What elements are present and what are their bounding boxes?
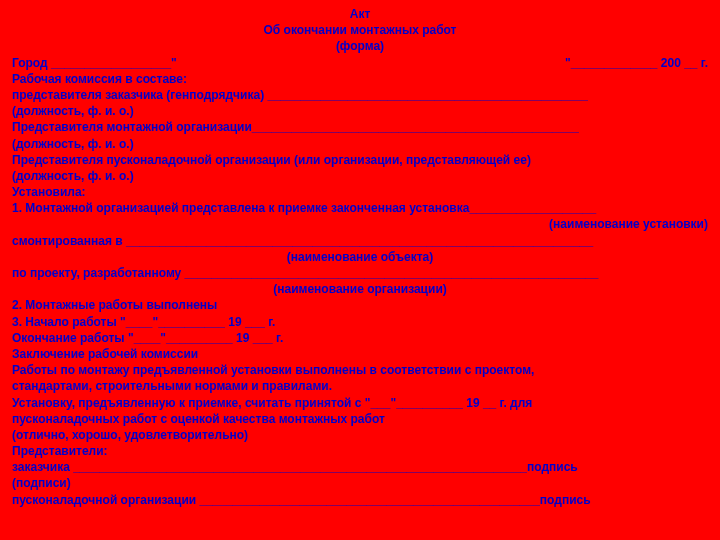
l9: 1. Монтажной организацией представлена к…	[12, 200, 708, 216]
l15: 2. Монтажные работы выполнены	[12, 297, 708, 313]
l12: (наименование объекта)	[12, 249, 708, 265]
l14: (наименование организации)	[12, 281, 708, 297]
l17: Окончание работы "____"__________ 19 ___…	[12, 330, 708, 346]
l13: по проекту, разработанному _____________…	[12, 265, 708, 281]
title-2: Об окончании монтажных работ	[12, 22, 708, 38]
l10: (наименование установки)	[12, 216, 708, 232]
document-page: Акт Об окончании монтажных работ (форма)…	[0, 0, 720, 508]
l6: Представителя пусконаладочной организаци…	[12, 152, 708, 168]
l8: Установила:	[12, 184, 708, 200]
l21: Установку, предъявленную к приемке, счит…	[12, 395, 708, 411]
l7: (должность, ф. и. о.)	[12, 168, 708, 184]
l16: 3. Начало работы "____"__________ 19 ___…	[12, 314, 708, 330]
l25: заказчика ______________________________…	[12, 459, 708, 475]
title-1: Акт	[12, 6, 708, 22]
l20: стандартами, строительными нормами и пра…	[12, 378, 708, 394]
l5: (должность, ф. и. о.)	[12, 136, 708, 152]
l24: Представители:	[12, 443, 708, 459]
l27: пусконаладочной организации ____________…	[12, 492, 708, 508]
row-city-date: Город __________________" "_____________…	[12, 55, 708, 71]
l2: представителя заказчика (генподрядчика) …	[12, 87, 708, 103]
city-field: Город __________________"	[12, 55, 177, 71]
l3: (должность, ф. и. о.)	[12, 103, 708, 119]
l11: смонтированная в _______________________…	[12, 233, 708, 249]
title-3: (форма)	[12, 38, 708, 54]
l22: пусконаладочных работ с оценкой качества…	[12, 411, 708, 427]
l4: Представителя монтажной организации_____…	[12, 119, 708, 135]
l18: Заключение рабочей комиссии	[12, 346, 708, 362]
l1: Рабочая комиссия в составе:	[12, 71, 708, 87]
l23: (отлично, хорошо, удовлетворительно)	[12, 427, 708, 443]
date-field: "_____________ 200 __ г.	[565, 55, 708, 71]
l19: Работы по монтажу предъявленной установк…	[12, 362, 708, 378]
l26: (подписи)	[12, 475, 708, 491]
